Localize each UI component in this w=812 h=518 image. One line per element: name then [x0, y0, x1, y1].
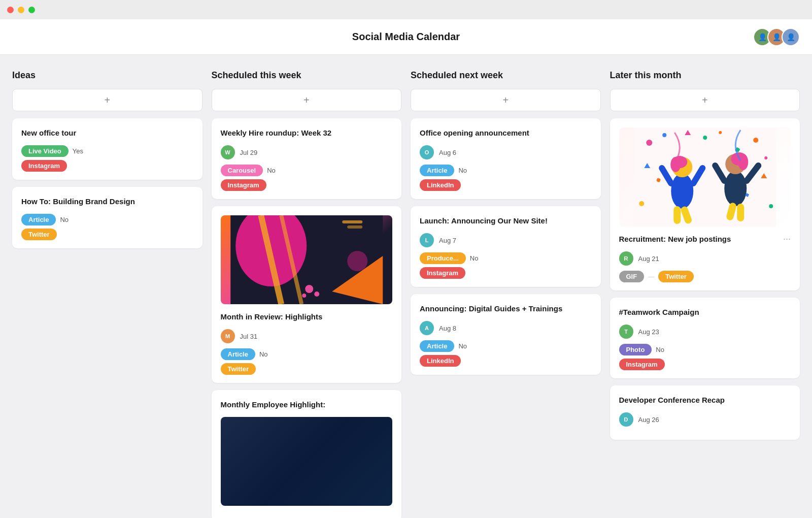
- tags-row: Photo No: [619, 344, 791, 355]
- card-title: #Teamwork Campaign: [619, 307, 791, 317]
- date: Aug 23: [638, 328, 659, 336]
- tags-row: Article No: [420, 340, 592, 352]
- tags-row-2: Twitter: [21, 229, 193, 240]
- avatar: M: [221, 329, 235, 343]
- card-meta: T Aug 23: [619, 325, 791, 339]
- svg-rect-5: [342, 220, 362, 223]
- card-teamwork-campaign: #Teamwork Campaign T Aug 23 Photo No Ins…: [610, 298, 800, 378]
- date: Aug 7: [439, 237, 456, 244]
- yes-no-value: No: [458, 342, 467, 350]
- tag-instagram[interactable]: Instagram: [21, 160, 67, 172]
- svg-point-31: [738, 154, 748, 170]
- tag-article[interactable]: Article: [221, 348, 255, 360]
- yes-no-value: No: [656, 346, 664, 353]
- tag-linkedin[interactable]: LinkedIn: [420, 179, 461, 191]
- tag-article[interactable]: Article: [420, 340, 454, 352]
- tag-instagram[interactable]: Instagram: [420, 267, 465, 279]
- avatar: D: [619, 412, 633, 427]
- svg-point-37: [719, 131, 722, 134]
- add-card-this-week[interactable]: +: [212, 89, 402, 111]
- tags-row-2: Instagram: [221, 179, 393, 191]
- card-weekly-hire: Weekly Hire roundup: Week 32 W Jul 29 Ca…: [212, 118, 402, 199]
- yes-no-value: No: [259, 350, 268, 358]
- tags-row-2: Twitter: [221, 363, 393, 375]
- svg-point-23: [670, 157, 681, 172]
- card-meta: L Aug 7: [420, 233, 592, 247]
- svg-point-41: [769, 204, 773, 208]
- tags-row: Article No: [21, 214, 193, 225]
- tag-article[interactable]: Article: [21, 214, 56, 225]
- yes-no-value: No: [458, 167, 467, 174]
- card-monthly-employee: Monthly Employee Highlight:: [212, 390, 402, 518]
- svg-rect-24: [673, 206, 681, 224]
- column-later-this-month-header: Later this month: [610, 70, 800, 81]
- app-header: Social Media Calendar 👤 👤 👤: [0, 19, 812, 55]
- tag-instagram[interactable]: Instagram: [221, 179, 266, 191]
- column-later-this-month: Later this month +: [610, 70, 800, 447]
- date: Aug 6: [439, 149, 456, 156]
- card-office-opening: Office opening announcement O Aug 6 Arti…: [411, 118, 601, 199]
- tag-gif[interactable]: GIF: [619, 271, 645, 282]
- tags-row-2: Instagram: [420, 267, 592, 279]
- column-scheduled-this-week: Scheduled this week + Weekly Hire roundu…: [212, 70, 402, 518]
- add-card-later-month[interactable]: +: [610, 89, 800, 111]
- yes-no-value: No: [60, 216, 69, 223]
- titlebar: [0, 0, 812, 19]
- svg-point-36: [703, 136, 707, 140]
- svg-point-14: [753, 138, 758, 143]
- date: Aug 26: [638, 416, 659, 424]
- date: Aug 21: [638, 255, 659, 263]
- card-meta: W Jul 29: [221, 145, 393, 159]
- svg-point-10: [302, 294, 306, 298]
- svg-rect-33: [737, 204, 744, 221]
- card-meta: A Aug 8: [420, 321, 592, 335]
- tags-row: Article No: [221, 348, 393, 360]
- tags-row: GIF — Twitter: [619, 271, 791, 282]
- tag-twitter[interactable]: Twitter: [658, 271, 694, 282]
- card-image-colorful: [221, 215, 393, 304]
- add-card-next-week[interactable]: +: [411, 89, 601, 111]
- add-card-ideas[interactable]: +: [12, 89, 202, 111]
- tag-linkedin[interactable]: LinkedIn: [420, 355, 461, 367]
- card-menu-button[interactable]: ···: [783, 234, 791, 244]
- close-dot[interactable]: [7, 7, 14, 13]
- svg-point-13: [662, 133, 666, 137]
- avatar: R: [619, 251, 633, 266]
- tags-row: Produce... No: [420, 252, 592, 264]
- svg-point-9: [314, 292, 319, 297]
- tag-photo[interactable]: Photo: [619, 344, 652, 355]
- board: Ideas + New office tour Live Video Yes I…: [0, 55, 812, 518]
- avatar: T: [619, 325, 633, 339]
- tag-produce[interactable]: Produce...: [420, 252, 466, 264]
- tag-twitter[interactable]: Twitter: [221, 363, 256, 375]
- minimize-dot[interactable]: [18, 7, 24, 13]
- card-brand-design: How To: Building Brand Design Article No…: [12, 187, 202, 248]
- svg-rect-6: [347, 225, 362, 229]
- column-scheduled-next-week-header: Scheduled next week: [411, 70, 601, 81]
- avatar: W: [221, 145, 235, 159]
- date: Jul 31: [240, 333, 258, 340]
- card-title: Recruitment: New job postings: [619, 234, 731, 244]
- svg-point-20: [671, 173, 693, 209]
- card-month-in-review: Month in Review: Highlights M Jul 31 Art…: [212, 206, 402, 383]
- card-meta: D Aug 26: [619, 412, 791, 427]
- tag-article[interactable]: Article: [420, 165, 454, 176]
- tags-row: Article No: [420, 165, 592, 176]
- tag-instagram[interactable]: Instagram: [619, 359, 665, 370]
- svg-point-15: [764, 156, 767, 159]
- card-title: Month in Review: Highlights: [221, 311, 393, 322]
- tag-carousel[interactable]: Carousel: [221, 165, 263, 176]
- tag-live-video[interactable]: Live Video: [21, 145, 69, 157]
- avatars-group: 👤 👤 👤: [757, 28, 800, 46]
- maximize-dot[interactable]: [28, 7, 35, 13]
- card-meta: R Aug 21: [619, 251, 791, 266]
- tag-twitter[interactable]: Twitter: [21, 229, 57, 240]
- card-title: Monthly Employee Highlight:: [221, 399, 393, 410]
- card-recruitment: Recruitment: New job postings ··· R Aug …: [610, 118, 800, 290]
- svg-point-7: [347, 251, 367, 271]
- separator: —: [648, 273, 654, 280]
- card-launch-new-site: Launch: Announcing Our New Site! L Aug 7…: [411, 206, 601, 287]
- avatar-3[interactable]: 👤: [782, 28, 800, 46]
- avatar: L: [420, 233, 434, 247]
- date: Jul 29: [240, 149, 258, 156]
